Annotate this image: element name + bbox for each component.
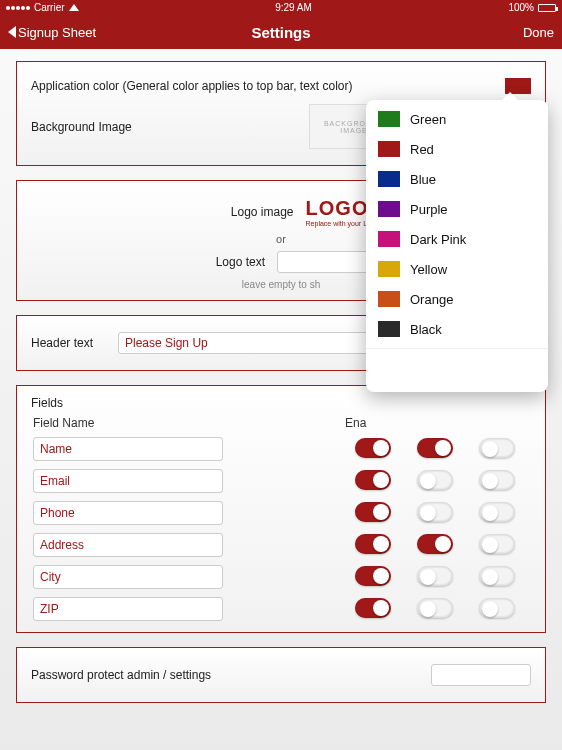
color-swatch-icon xyxy=(378,231,400,247)
color-swatch-icon xyxy=(378,291,400,307)
header-text-label: Header text xyxy=(31,336,106,350)
page-title: Settings xyxy=(251,24,310,41)
toggle-c2[interactable] xyxy=(417,534,453,554)
battery-percent: 100% xyxy=(508,2,534,13)
panel-fields: Fields Field Name Ena xyxy=(16,385,546,633)
color-option-label: Green xyxy=(410,112,446,127)
color-swatch-icon xyxy=(378,141,400,157)
table-row xyxy=(33,466,529,496)
color-option-label: Red xyxy=(410,142,434,157)
color-option-label: Purple xyxy=(410,202,448,217)
field-name-input[interactable] xyxy=(33,533,223,557)
field-name-input[interactable] xyxy=(33,565,223,589)
color-dropdown: GreenRedBluePurpleDark PinkYellowOrangeB… xyxy=(366,100,548,392)
toggle-c2[interactable] xyxy=(417,502,453,522)
color-option[interactable]: Dark Pink xyxy=(366,224,548,254)
logo-placeholder-text: LOGO xyxy=(306,197,369,220)
back-button[interactable]: Signup Sheet xyxy=(8,25,96,40)
color-option-label: Orange xyxy=(410,292,453,307)
password-input[interactable] xyxy=(431,664,531,686)
clock: 9:29 AM xyxy=(275,2,312,13)
fields-title: Fields xyxy=(31,396,531,410)
color-option-label: Yellow xyxy=(410,262,447,277)
color-swatch-icon xyxy=(378,111,400,127)
toggle-c1[interactable] xyxy=(355,438,391,458)
col-enable: Ena xyxy=(345,414,405,432)
color-option[interactable]: Black xyxy=(366,314,548,344)
color-swatch-icon xyxy=(378,171,400,187)
toggle-c3[interactable] xyxy=(479,470,515,490)
color-option-label: Blue xyxy=(410,172,436,187)
color-option[interactable]: Blue xyxy=(366,164,548,194)
color-option-label: Dark Pink xyxy=(410,232,466,247)
color-swatch-icon xyxy=(378,261,400,277)
status-bar: Carrier 9:29 AM 100% xyxy=(0,0,562,15)
nav-bar: Signup Sheet Settings Done xyxy=(0,15,562,49)
toggle-c1[interactable] xyxy=(355,566,391,586)
toggle-c1[interactable] xyxy=(355,502,391,522)
toggle-c1[interactable] xyxy=(355,470,391,490)
table-row xyxy=(33,594,529,624)
bg-image-label: Background Image xyxy=(31,120,297,134)
field-name-input[interactable] xyxy=(33,501,223,525)
panel-password: Password protect admin / settings xyxy=(16,647,546,703)
toggle-c1[interactable] xyxy=(355,598,391,618)
toggle-c2[interactable] xyxy=(417,566,453,586)
color-swatch-icon xyxy=(378,321,400,337)
back-label: Signup Sheet xyxy=(18,25,96,40)
logo-placeholder-sub: Replace with your L xyxy=(306,220,369,227)
col-field-name: Field Name xyxy=(33,414,343,432)
field-name-input[interactable] xyxy=(33,437,223,461)
password-label: Password protect admin / settings xyxy=(31,668,419,682)
signal-icon xyxy=(6,6,30,10)
toggle-c1[interactable] xyxy=(355,534,391,554)
toggle-c2[interactable] xyxy=(417,438,453,458)
toggle-c2[interactable] xyxy=(417,470,453,490)
color-option[interactable]: Purple xyxy=(366,194,548,224)
color-option[interactable]: Green xyxy=(366,104,548,134)
table-row xyxy=(33,562,529,592)
logo-image-thumb[interactable]: LOGO Replace with your L xyxy=(306,197,369,227)
toggle-c2[interactable] xyxy=(417,598,453,618)
toggle-c3[interactable] xyxy=(479,438,515,458)
battery-icon xyxy=(538,4,556,12)
toggle-c3[interactable] xyxy=(479,598,515,618)
color-option[interactable]: Red xyxy=(366,134,548,164)
field-name-input[interactable] xyxy=(33,597,223,621)
logo-text-label: Logo text xyxy=(165,255,265,269)
color-option[interactable]: Orange xyxy=(366,284,548,314)
toggle-c3[interactable] xyxy=(479,502,515,522)
color-option-label: Black xyxy=(410,322,442,337)
field-name-input[interactable] xyxy=(33,469,223,493)
logo-image-label: Logo image xyxy=(194,205,294,219)
app-color-label: Application color (General color applies… xyxy=(31,79,493,93)
toggle-c3[interactable] xyxy=(479,566,515,586)
table-row xyxy=(33,434,529,464)
table-row xyxy=(33,530,529,560)
bg-thumb-line2: IMAGE xyxy=(340,127,368,134)
color-swatch-icon xyxy=(378,201,400,217)
carrier-label: Carrier xyxy=(34,2,65,13)
chevron-left-icon xyxy=(8,26,16,38)
wifi-icon xyxy=(69,4,79,11)
table-row xyxy=(33,498,529,528)
toggle-c3[interactable] xyxy=(479,534,515,554)
color-option[interactable]: Yellow xyxy=(366,254,548,284)
done-button[interactable]: Done xyxy=(523,25,554,40)
dropdown-spacer xyxy=(366,348,548,388)
